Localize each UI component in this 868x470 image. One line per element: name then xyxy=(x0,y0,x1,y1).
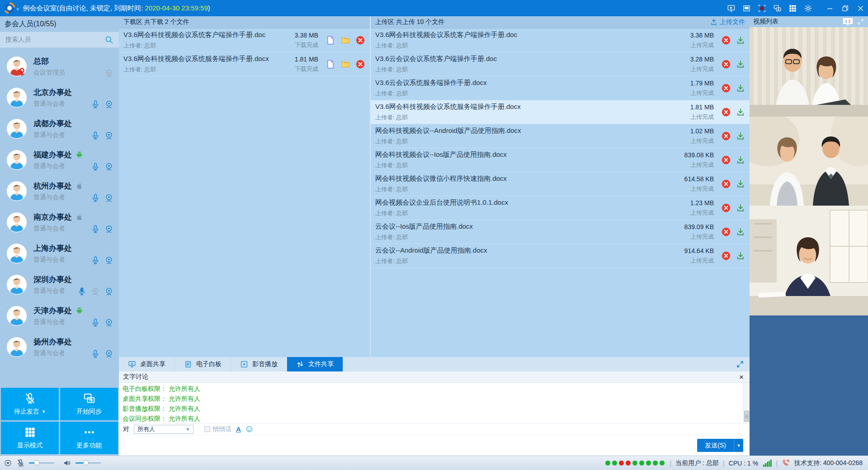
file-row[interactable]: 网会视频会议企业后台使用说明书1.0.1.docx上传者: 总部1.23 MB上… xyxy=(371,196,750,220)
mic-volume-slider[interactable] xyxy=(29,462,54,464)
download-icon[interactable] xyxy=(736,251,745,260)
remove-icon[interactable] xyxy=(721,35,731,45)
remove-icon[interactable] xyxy=(721,203,731,213)
expand-icon[interactable] xyxy=(857,18,864,25)
remove-icon[interactable] xyxy=(721,251,731,261)
chat-scrollbar[interactable] xyxy=(743,383,750,423)
remove-icon[interactable] xyxy=(721,59,731,69)
download-icon[interactable] xyxy=(736,84,745,93)
mic-icon[interactable] xyxy=(91,162,100,171)
file-row[interactable]: V3.6网会科技视频会议系统服务端操作手册.docx上传者: 总部1.81 MB… xyxy=(119,52,370,76)
recipient-select[interactable]: 所有人 ▼ xyxy=(134,425,193,434)
camera-icon[interactable] xyxy=(104,318,113,327)
camera-icon[interactable] xyxy=(104,162,113,171)
file-row[interactable]: V3.6网会科技视频会议系统服务端操作手册.docx上传者: 总部1.81 MB… xyxy=(371,100,750,124)
remove-icon[interactable] xyxy=(721,227,731,237)
remove-icon[interactable] xyxy=(721,179,731,189)
settings-icon[interactable] xyxy=(800,0,816,16)
doc-file-icon[interactable] xyxy=(326,35,335,45)
tab-file-share[interactable]: 文件共享 xyxy=(287,357,343,371)
download-icon[interactable] xyxy=(736,60,745,69)
camera-icon[interactable] xyxy=(104,256,113,265)
remove-icon[interactable] xyxy=(721,131,731,141)
file-row[interactable]: 网会科技视频会议--Ios版产品使用指南.docx上传者: 总部839.08 K… xyxy=(371,148,750,172)
close-icon[interactable]: × xyxy=(737,373,745,381)
start-sync-button[interactable]: 开始同步 xyxy=(60,388,118,420)
file-row[interactable]: V3.6云会议系统服务端操作手册.docx上传者: 总部1.79 MB上传完成 xyxy=(371,76,750,100)
mic-icon[interactable] xyxy=(91,193,100,202)
file-row[interactable]: 网会科技视频会议--Android版产品使用指南.docx上传者: 总部1.02… xyxy=(371,124,750,148)
camera-icon[interactable] xyxy=(104,225,113,234)
chevron-down-icon[interactable]: ˅ xyxy=(16,6,19,12)
file-row[interactable]: V3.6网会科技视频会议系统客户端操作手册.doc上传者: 总部3.38 MB上… xyxy=(371,28,750,52)
participant-row[interactable]: 总部会议管理员 xyxy=(0,51,119,82)
tab-desktop-share[interactable]: 桌面共享 xyxy=(119,357,175,371)
file-row[interactable]: 云会议--Ios版产品使用指南.docx上传者: 总部839.09 KB上传完成 xyxy=(371,220,750,244)
camera-icon[interactable] xyxy=(104,287,113,296)
send-options-caret[interactable]: ▼ xyxy=(734,439,743,452)
file-row[interactable]: V3.6网会科技视频会议系统客户端操作手册.doc上传者: 总部3.38 MB下… xyxy=(119,28,370,52)
display-mode-icon[interactable] xyxy=(739,0,754,16)
file-row[interactable]: 云会议--Android版产品使用指南.docx上传者: 总部914.64 KB… xyxy=(371,244,750,268)
layout-1-2-icon[interactable]: 12 xyxy=(843,18,853,26)
participant-row[interactable]: 深圳办事处普通与会者 xyxy=(0,269,119,300)
file-row[interactable]: 网会科技视频会议微信小程序快速指南.docx上传者: 总部614.58 KB上传… xyxy=(371,172,750,196)
mic-icon[interactable] xyxy=(91,100,100,109)
upload-file-button[interactable]: 上传文件 xyxy=(710,18,745,26)
camera-icon[interactable] xyxy=(104,100,113,109)
download-icon[interactable] xyxy=(736,227,745,236)
video-feed-2[interactable] xyxy=(750,117,868,206)
remove-icon[interactable] xyxy=(355,35,365,45)
participant-row[interactable]: 杭州办事处普通与会者 xyxy=(0,175,119,207)
emoji-icon[interactable] xyxy=(245,425,253,433)
mic-muted-icon[interactable] xyxy=(16,459,25,467)
whisper-checkbox[interactable] xyxy=(204,426,210,432)
download-icon[interactable] xyxy=(736,155,745,164)
search-icon[interactable] xyxy=(104,35,113,44)
download-icon[interactable] xyxy=(736,132,745,141)
participant-row[interactable]: 成都办事处普通与会者 xyxy=(0,113,119,144)
remove-icon[interactable] xyxy=(355,59,365,69)
speaker-icon[interactable] xyxy=(63,459,71,467)
fullscreen-icon[interactable] xyxy=(736,360,744,368)
participant-row[interactable]: 南京办事处普通与会者 xyxy=(0,207,119,238)
participant-row[interactable]: 北京办事处普通与会者 xyxy=(0,82,119,113)
video-feed-3[interactable] xyxy=(750,206,868,315)
tab-media-play[interactable]: 影音播放 xyxy=(231,357,287,371)
record-dot-icon[interactable] xyxy=(4,459,12,467)
camera-gray-icon[interactable] xyxy=(104,69,113,78)
doc-file-icon[interactable] xyxy=(326,59,335,69)
camera-icon[interactable] xyxy=(104,193,113,202)
camera-icon[interactable] xyxy=(104,131,113,140)
sync-screens-icon[interactable] xyxy=(769,0,785,16)
participant-row[interactable]: 扬州办事处普通与会者 xyxy=(0,331,119,362)
restore-icon[interactable] xyxy=(837,0,853,16)
remove-icon[interactable] xyxy=(721,107,731,117)
download-icon[interactable] xyxy=(736,36,745,45)
close-icon[interactable] xyxy=(853,0,868,16)
participant-row[interactable]: 上海办事处普通与会者 xyxy=(0,238,119,269)
folder-icon[interactable] xyxy=(340,35,350,45)
app-grid-icon[interactable] xyxy=(785,0,800,16)
dropdown-caret-icon[interactable]: ▼ xyxy=(42,409,46,414)
message-input[interactable]: 发送(S) ▼ xyxy=(119,435,750,456)
mic-icon[interactable] xyxy=(91,318,100,327)
participant-row[interactable]: 福建办事处普通与会者 xyxy=(0,144,119,175)
download-icon[interactable] xyxy=(736,179,745,188)
participant-row[interactable]: 天津办事处普通与会者 xyxy=(0,300,119,331)
screen-share-icon[interactable] xyxy=(723,0,739,16)
search-input[interactable]: 搜索人员 xyxy=(0,32,119,48)
mic-icon[interactable] xyxy=(91,131,100,140)
mic-icon[interactable] xyxy=(91,349,100,358)
mic-filled-icon[interactable] xyxy=(77,287,86,296)
tab-whiteboard[interactable]: 电子白板 xyxy=(175,357,231,371)
remove-icon[interactable] xyxy=(721,155,731,165)
mic-icon[interactable] xyxy=(91,225,100,234)
download-icon[interactable] xyxy=(736,203,745,212)
mic-icon[interactable] xyxy=(91,256,100,265)
minimize-icon[interactable] xyxy=(822,0,837,16)
file-row[interactable]: V3.6云会议会议系统客户端操作手册.doc上传者: 总部3.28 MB上传完成 xyxy=(371,52,750,76)
stop-speaking-button[interactable]: 停止发言▼ xyxy=(1,388,59,420)
send-button[interactable]: 发送(S) xyxy=(697,439,734,452)
speaker-volume-slider[interactable] xyxy=(75,462,101,464)
